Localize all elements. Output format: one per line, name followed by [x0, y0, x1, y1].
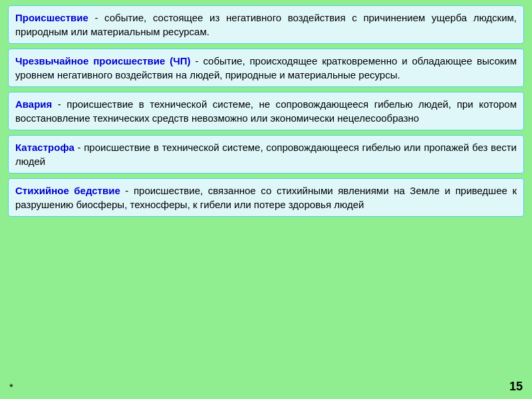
definition-4: происшествие в технической системе, сопр… [15, 142, 517, 167]
footer-star: * [9, 381, 13, 392]
card-3: Авария - происшествие в технической сист… [8, 92, 524, 130]
separator-4: - [74, 142, 84, 153]
separator-5: - [120, 185, 134, 196]
separator-1: - [88, 12, 104, 23]
term-3: Авария [15, 98, 52, 110]
definition-3: происшествие в технической системе, не с… [15, 98, 517, 124]
term-5: Стихийное бедствие [15, 185, 120, 196]
term-2: Чрезвычайное происшествие (ЧП) [15, 55, 191, 66]
separator-2: - [191, 55, 203, 66]
separator-3: - [52, 98, 66, 110]
footer: * 15 [8, 377, 524, 394]
term-1: Происшествие [15, 12, 88, 23]
card-4: Катастрофа - происшествие в технической … [8, 135, 524, 174]
card-5: Стихийное бедствие - происшествие, связа… [8, 178, 524, 217]
term-4: Катастрофа [15, 142, 74, 153]
card-1: Происшествие - событие, состоящее из нег… [8, 5, 524, 44]
footer-page-number: 15 [509, 380, 523, 394]
card-2: Чрезвычайное происшествие (ЧП) - событие… [8, 49, 524, 87]
